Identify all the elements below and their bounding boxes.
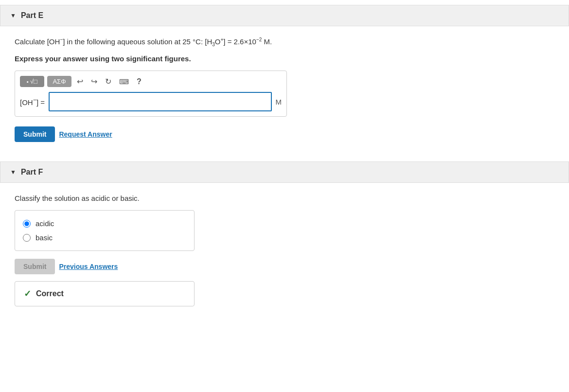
part-e-content: Calculate [OH−] in the following aqueous… [0,26,569,157]
math-toolbar: ▪ √□ ΑΣΦ ↩ ↪ ↻ ⌨ ? [20,76,282,87]
part-f-question: Classify the solution as acidic or basic… [15,193,554,204]
part-f-previous-answers-btn[interactable]: Previous Answers [59,263,118,270]
part-f-submit-btn[interactable]: Submit [15,259,55,274]
part-f-collapse-arrow[interactable]: ▼ [10,169,16,176]
oh-concentration-input[interactable] [49,92,271,111]
part-f-content: Classify the solution as acidic or basic… [0,183,569,321]
correct-text: Correct [36,289,64,298]
radio-option-basic: basic [23,231,186,245]
part-f-label: Part F [21,168,43,177]
radio-options-box: acidic basic [15,210,195,251]
radio-option-acidic: acidic [23,216,186,231]
page-container: ▼ Part E Calculate [OH−] in the followin… [0,0,569,326]
part-f-header: ▼ Part F [0,161,569,183]
keyboard-btn[interactable]: ⌨ [117,77,131,87]
spacer [15,274,554,281]
correct-badge: ✓ Correct [15,281,195,306]
part-divider [0,157,569,161]
help-btn[interactable]: ? [134,76,144,87]
correct-check-icon: ✓ [24,288,31,299]
math-input-row: [OH−] = M [20,92,282,111]
basic-label[interactable]: basic [36,233,53,242]
part-e-request-answer-btn[interactable]: Request Answer [59,130,112,138]
math-input-label: [OH−] = [20,97,45,107]
sqrt-icon: ▪ [27,79,29,85]
acidic-label[interactable]: acidic [36,219,54,228]
undo-btn[interactable]: ↩ [74,76,86,87]
basic-radio[interactable] [23,234,31,242]
part-e-collapse-arrow[interactable]: ▼ [10,12,16,19]
part-e-header: ▼ Part E [0,5,569,26]
part-e-instruction: Express your answer using two significan… [15,54,554,63]
math-toolbar-sqrt-btn[interactable]: ▪ √□ [20,76,44,87]
redo-btn[interactable]: ↪ [89,76,100,87]
acidic-radio[interactable] [23,220,31,228]
part-f-section: ▼ Part F Classify the solution as acidic… [0,161,569,321]
refresh-btn[interactable]: ↻ [103,76,114,87]
part-e-submit-btn[interactable]: Submit [15,126,55,142]
math-toolbar-greek-btn[interactable]: ΑΣΦ [47,76,71,87]
part-e-question: Calculate [OH−] in the following aqueous… [15,36,554,49]
part-f-btn-row: Submit Previous Answers [15,259,554,274]
math-editor-box: ▪ √□ ΑΣΦ ↩ ↪ ↻ ⌨ ? [OH−] = M [15,71,287,117]
part-e-btn-row: Submit Request Answer [15,126,554,142]
part-e-label: Part E [21,11,43,20]
part-e-section: ▼ Part E Calculate [OH−] in the followin… [0,5,569,157]
math-unit-label: M [276,98,282,106]
